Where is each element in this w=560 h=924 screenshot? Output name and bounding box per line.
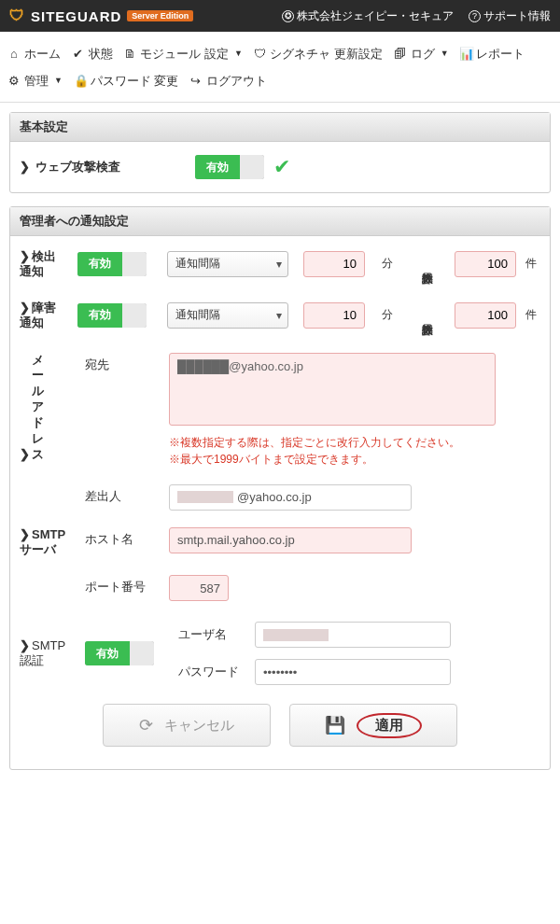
caret-down-icon: ▾	[276, 309, 282, 322]
gear-icon: ⚙	[7, 68, 21, 95]
log-icon: 🗐	[394, 41, 407, 68]
detect-max-input[interactable]	[455, 251, 516, 277]
nav-bar: ⌂ホーム ✔状態 🗎モジュール 設定▼ 🛡シグネチャ 更新設定 🗐ログ▼ 📊レポ…	[0, 32, 560, 103]
mail-from-input[interactable]: @yahoo.co.jp	[169, 484, 412, 511]
chart-icon: 📊	[459, 41, 472, 68]
detect-toggle[interactable]: 有効	[77, 252, 147, 276]
nav-log[interactable]: 🗐ログ▼	[394, 41, 449, 68]
nav-status[interactable]: ✔状態	[72, 41, 113, 68]
redacted-text	[177, 491, 233, 503]
smtp-auth-section: ❯SMTP 認証 有効 ユーザ名 パスワード	[20, 622, 540, 685]
smtp-port-label: ポート番号	[85, 575, 160, 595]
detect-row: ❯検出 通知 有効 通知間隔▾ 分 最大詳細件数 件	[20, 249, 540, 278]
panel-notify: 管理者への通知設定 ❯検出 通知 有効 通知間隔▾ 分 最大詳細件数 件 ❯障害…	[9, 206, 551, 770]
cancel-button[interactable]: ⟳ キャンセル	[103, 704, 271, 747]
auth-user-input[interactable]	[255, 622, 451, 648]
question-icon: ?	[469, 10, 481, 22]
top-bar: 🛡 SITEGUARD Server Edition ✪株式会社ジェイピー・セキ…	[0, 0, 560, 32]
shield-icon: 🛡	[253, 41, 266, 68]
nav-password[interactable]: 🔒パスワード 変更	[74, 68, 179, 95]
button-bar: ⟳ キャンセル 💾 適用	[20, 685, 540, 756]
smtp-host-label: ホスト名	[85, 527, 160, 548]
chevron-right-icon: ❯	[20, 249, 30, 263]
caret-down-icon: ▾	[276, 258, 282, 271]
minutes-unit: 分	[382, 307, 400, 323]
nav-signature[interactable]: 🛡シグネチャ 更新設定	[253, 41, 383, 68]
apply-button[interactable]: 💾 適用	[289, 704, 457, 747]
mail-to-label: 宛先	[85, 353, 160, 373]
failure-toggle[interactable]: 有効	[77, 303, 147, 328]
smtp-section-label: ❯SMTP サーバ	[20, 527, 76, 559]
shield-icon: 🛡	[9, 7, 25, 24]
home-icon: ⌂	[7, 41, 21, 68]
chevron-right-icon: ❯	[20, 527, 30, 541]
chevron-right-icon: ❯	[20, 301, 30, 315]
nav-logout[interactable]: ↪ログアウト	[189, 68, 267, 95]
count-unit: 件	[525, 307, 544, 323]
web-attack-label: ❯ ウェブ攻撃検査	[20, 159, 120, 175]
panel-basic: 基本設定 ❯ ウェブ攻撃検査 有効 ✔	[9, 112, 551, 193]
failure-max-input[interactable]	[455, 302, 516, 329]
failure-minutes-input[interactable]	[303, 302, 365, 329]
caret-down-icon: ▼	[234, 45, 243, 63]
detect-label: ❯検出 通知	[20, 249, 72, 278]
caret-down-icon: ▼	[441, 45, 449, 63]
support-link[interactable]: ?サポート情報	[469, 8, 551, 24]
detect-interval-select[interactable]: 通知間隔▾	[167, 251, 288, 277]
detect-minutes-input[interactable]	[303, 251, 365, 277]
save-icon: 💾	[325, 715, 345, 735]
auth-pass-label: パスワード	[178, 664, 245, 680]
failure-label: ❯障害 通知	[20, 301, 72, 329]
auth-user-label: ユーザ名	[178, 626, 245, 643]
smtp-auth-label: ❯SMTP 認証	[20, 638, 76, 669]
brand: 🛡 SITEGUARD Server Edition	[9, 7, 193, 24]
logout-icon: ↪	[189, 68, 203, 95]
panel-basic-header: 基本設定	[10, 113, 550, 142]
count-unit: 件	[525, 256, 544, 272]
nav-report[interactable]: 📊レポート	[459, 41, 525, 68]
check-icon: ✔	[72, 41, 85, 68]
lock-icon: 🔒	[74, 68, 87, 95]
top-links: ✪株式会社ジェイピー・セキュア ?サポート情報	[282, 8, 551, 24]
panel-notify-header: 管理者への通知設定	[10, 207, 550, 236]
failure-interval-select[interactable]: 通知間隔▾	[167, 302, 288, 329]
caret-down-icon: ▼	[54, 72, 63, 91]
chevron-right-icon: ❯	[20, 160, 30, 174]
chevron-right-icon: ❯	[20, 638, 30, 652]
web-attack-toggle[interactable]: 有効	[195, 155, 264, 179]
nav-admin[interactable]: ⚙管理▼	[7, 68, 63, 95]
globe-icon: ✪	[282, 10, 294, 22]
mail-note: ※複数指定する際は、指定ごとに改行入力してください。 ※最大で1999バイトまで…	[169, 428, 540, 468]
failure-row: ❯障害 通知 有効 通知間隔▾ 分 最大詳細件数 件	[20, 301, 540, 329]
mail-section-label: ❯メールアドレス	[20, 353, 76, 463]
checkmark-icon: ✔	[273, 155, 290, 179]
company-link[interactable]: ✪株式会社ジェイピー・セキュア	[282, 8, 454, 24]
smtp-port-input[interactable]	[169, 575, 229, 601]
mail-from-label: 差出人	[85, 484, 160, 505]
page: 基本設定 ❯ ウェブ攻撃検査 有効 ✔ 管理者への通知設定	[0, 103, 560, 792]
module-icon: 🗎	[123, 41, 136, 68]
mail-section: ❯メールアドレス 宛先 ※複数指定する際は、指定ごとに改行入力してください。 ※…	[20, 353, 540, 602]
brand-badge: Server Edition	[127, 10, 193, 21]
nav-home[interactable]: ⌂ホーム	[7, 41, 61, 68]
auth-pass-input[interactable]	[255, 659, 451, 685]
nav-module[interactable]: 🗎モジュール 設定▼	[123, 41, 243, 68]
chevron-right-icon: ❯	[20, 447, 30, 461]
brand-name: SITEGUARD	[31, 8, 121, 24]
mail-to-input[interactable]	[169, 353, 496, 426]
refresh-icon: ⟳	[139, 715, 153, 735]
redacted-text	[263, 629, 329, 641]
smtp-host-input[interactable]	[169, 527, 412, 553]
minutes-unit: 分	[382, 256, 400, 272]
smtp-auth-toggle[interactable]: 有効	[85, 641, 154, 665]
